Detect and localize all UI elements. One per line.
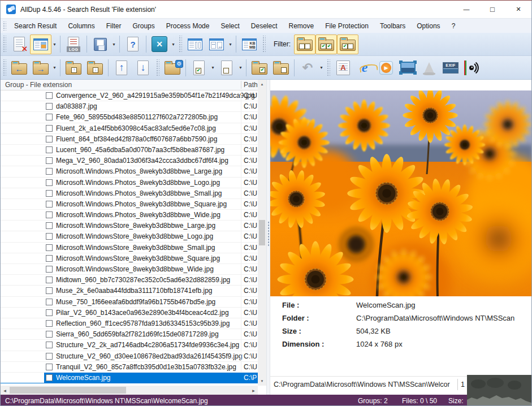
table-row[interactable]: da083887.jpg C:\U (1, 101, 258, 112)
menu-toolbars[interactable]: Toolbars (374, 19, 411, 33)
folder-up-button[interactable]: ↑ (63, 58, 84, 77)
row-checkbox[interactable] (46, 364, 53, 370)
row-checkbox[interactable] (46, 125, 53, 132)
row-checkbox[interactable] (46, 103, 53, 110)
vertical-scroll-thumb[interactable] (259, 220, 265, 245)
toolbar-grip[interactable] (262, 36, 266, 53)
table-row[interactable]: Microsoft.Windows.Photos_8wekyb3d8bbwe_L… (1, 166, 258, 177)
table-row[interactable]: Muse_2k_6e0aaba44fddba3111710bfb18741efb… (1, 286, 258, 296)
row-checkbox[interactable] (46, 201, 53, 208)
toolbar-grip[interactable] (2, 36, 6, 53)
column-width-button[interactable]: ↔ ↔ (206, 34, 227, 54)
undo-button[interactable]: ↶ (297, 58, 318, 77)
preview-panel-button[interactable] (30, 34, 51, 54)
audio-player-button[interactable] (461, 58, 483, 77)
table-row[interactable]: Microsoft.WindowsStore_8wekyb3d8bbwe_Wid… (1, 264, 258, 275)
row-checkbox[interactable] (46, 374, 53, 381)
deselect-folder-button[interactable] (270, 58, 292, 77)
table-row[interactable]: Structure_V2_2k_ad7146adb4c2806a51734fde… (1, 340, 258, 351)
deselect-file-dropdown[interactable]: ▾ (237, 58, 244, 77)
image-viewer-button[interactable] (397, 58, 418, 77)
table-row[interactable]: Microsoft.Windows.Photos_8wekyb3d8bbwe_L… (1, 178, 258, 188)
table-row[interactable]: Mega_V2_960_80ada013d06f3a42ccca3ddbc67d… (1, 156, 258, 166)
maximize-button[interactable]: □ (479, 1, 505, 18)
toolbar-grip[interactable] (326, 59, 330, 76)
minimize-button[interactable]: — (453, 1, 479, 18)
scroll-left-icon[interactable]: ◀ (1, 386, 9, 395)
table-row[interactable]: Lucent_960_45a6dba5a0d070b7aa3cf5b8bea87… (1, 145, 258, 156)
horizontal-scroll-thumb[interactable] (10, 387, 126, 394)
row-checkbox[interactable] (46, 222, 53, 229)
select-folder-button[interactable]: ✔ (249, 58, 270, 77)
folder-options-button[interactable]: ⚙ (162, 58, 183, 77)
row-checkbox[interactable] (46, 277, 53, 283)
help-button[interactable]: ? (122, 34, 144, 54)
row-checkbox[interactable] (46, 190, 53, 197)
deselect-file-button[interactable] (216, 58, 237, 77)
table-row[interactable]: Pilar_V2_960_b143ace0a963e2890e3b4f4bcea… (1, 308, 258, 318)
close-all-dropdown[interactable]: ▾ (170, 34, 176, 54)
toolbar-grip[interactable] (155, 59, 159, 76)
row-checkbox[interactable] (46, 309, 53, 316)
list-vertical-scrollbar[interactable]: ▲ ▼ (258, 80, 266, 386)
preview-panel-dropdown[interactable]: ▾ (51, 34, 58, 54)
row-checkbox[interactable] (46, 92, 53, 99)
vlc-button[interactable] (418, 58, 440, 77)
select-file-button[interactable]: ✔ (188, 58, 210, 77)
close-all-button[interactable]: ✕ (149, 34, 170, 54)
table-row[interactable]: Midtown_960_bb7c730287ec352c0c5ad6e32d88… (1, 275, 258, 286)
table-row[interactable]: Microsoft.WindowsStore_8wekyb3d8bbwe_Squ… (1, 253, 258, 264)
row-checkbox[interactable] (46, 157, 53, 164)
toolbar-grip[interactable] (178, 36, 182, 53)
row-checkbox[interactable] (46, 244, 53, 251)
save-dropdown[interactable]: ▾ (111, 34, 117, 54)
row-checkbox[interactable] (46, 255, 53, 262)
table-row[interactable]: Microsoft.Windows.Photos_8wekyb3d8bbwe_S… (1, 199, 258, 210)
close-search-result-button[interactable]: ✕ (8, 34, 30, 54)
table-row[interactable]: Muse_750_1f66eeafa6bddf9fa96b1755b467bd5… (1, 297, 258, 308)
list-horizontal-scrollbar[interactable]: ◀ ▶ (1, 386, 258, 395)
file-up-button[interactable]: ↑ (111, 58, 132, 77)
menu-remove[interactable]: Remove (283, 19, 320, 33)
select-file-dropdown[interactable]: ▾ (210, 58, 216, 77)
log-button[interactable]: LOG (63, 34, 84, 54)
browser-button[interactable]: e (354, 58, 375, 77)
column-header-path[interactable]: Path (244, 81, 258, 89)
menu-grip[interactable] (2, 21, 6, 31)
column-layout-button[interactable] (184, 34, 206, 54)
row-checkbox[interactable] (46, 287, 53, 294)
menu-options[interactable]: Options (411, 19, 446, 33)
scroll-right-icon[interactable]: ▶ (249, 386, 258, 395)
table-row[interactable]: Microsoft.WindowsStore_8wekyb3d8bbwe_Lar… (1, 221, 258, 231)
menu-select[interactable]: Select (215, 19, 245, 33)
next-group-dropdown[interactable]: ▾ (51, 58, 58, 77)
menu-columns[interactable]: Columns (62, 19, 100, 33)
table-row[interactable]: Microsoft.WindowsStore_8wekyb3d8bbwe_Sma… (1, 243, 258, 253)
menu-search-result[interactable]: Search Result (8, 19, 62, 33)
table-row[interactable]: Reflection_960_ff1cec95787fda913d6334515… (1, 318, 258, 329)
unit-kb-mb-button[interactable]: KBMB (239, 34, 260, 54)
panel-splitter[interactable] (266, 80, 270, 395)
column-header-group[interactable]: Group - File extension (5, 81, 72, 89)
row-checkbox[interactable] (46, 299, 53, 305)
table-row[interactable]: Microsoft.WindowsStore_8wekyb3d8bbwe_Log… (1, 231, 258, 242)
menu-filter[interactable]: Filter (101, 19, 127, 33)
menu-help[interactable]: ? (446, 19, 461, 33)
table-row[interactable]: Sierra_960_5dd659bfa2f7821d69fc15de08717… (1, 329, 258, 340)
row-checkbox[interactable] (46, 233, 53, 240)
row-checkbox[interactable] (46, 342, 53, 348)
table-row[interactable]: Structure_V2_960_d30ee108678ed2bad93da26… (1, 351, 258, 362)
row-checkbox[interactable] (46, 168, 53, 175)
undo-dropdown[interactable]: ▾ (318, 58, 325, 77)
table-row[interactable]: WelcomeScan.jpg C:\P (1, 373, 258, 383)
folder-down-button[interactable]: ↓ (84, 58, 106, 77)
toolbar-grip[interactable] (2, 59, 6, 76)
scroll-down-icon[interactable]: ▼ (258, 377, 266, 386)
filter-unchecked-groups-button[interactable] (294, 34, 315, 54)
row-checkbox[interactable] (46, 146, 53, 153)
row-checkbox[interactable] (46, 320, 53, 327)
column-width-dropdown[interactable]: ▾ (227, 34, 233, 54)
text-viewer-button[interactable]: A (332, 58, 354, 77)
table-row[interactable]: Fete_960_58955bd483e88501127f602a7272805… (1, 112, 258, 123)
menu-deselect[interactable]: Deselect (245, 19, 283, 33)
